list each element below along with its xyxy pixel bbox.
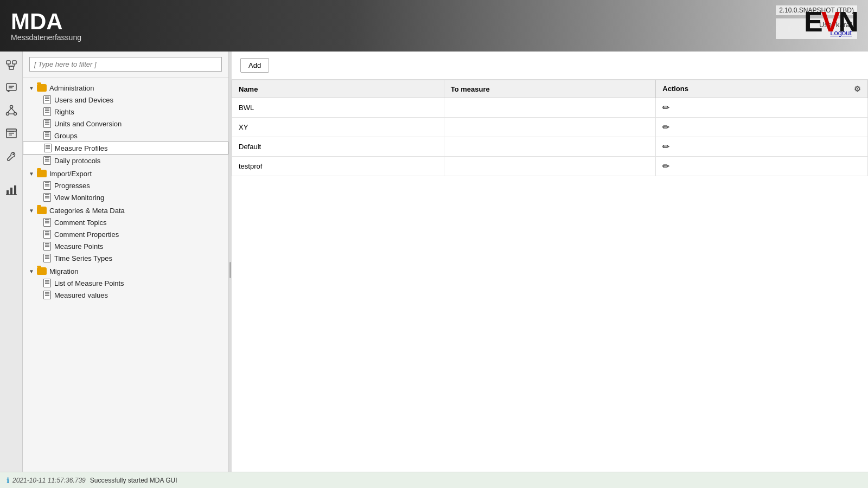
nav-group-import-export: ▼ Import/Export Progresses View Monitori… [23, 168, 228, 203]
nav-item-groups[interactable]: Groups [23, 130, 228, 142]
evn-logo-e: E [804, 6, 821, 37]
nav-group-label-import-export: Import/Export [49, 170, 92, 178]
cell-actions: ✏ [656, 137, 868, 157]
nav-tree: ▼ Administration Users and Devices Right… [23, 78, 228, 472]
cell-to-measure [444, 98, 656, 118]
measure-profiles-table: Name To measure Actions ⚙ BWL ✏ XY [232, 80, 868, 176]
footer-timestamp: 2021-10-11 11:57:36.739 [12, 477, 86, 484]
app-subtitle: Messdatenerfassung [11, 33, 81, 42]
doc-icon [43, 95, 51, 104]
doc-icon [43, 279, 51, 287]
nav-group-categories-meta: ▼ Categories & Meta Data Comment Topics … [23, 204, 228, 264]
svg-rect-22 [7, 190, 9, 195]
sidebar-icon-wrench[interactable] [3, 148, 20, 164]
table-settings-icon[interactable]: ⚙ [854, 85, 861, 93]
svg-rect-1 [12, 61, 16, 64]
app-logo: MDA Messdatenerfassung [11, 10, 81, 42]
nav-group-administration: ▼ Administration Users and Devices Right… [23, 82, 228, 166]
svg-line-14 [11, 108, 15, 113]
add-button[interactable]: Add [240, 58, 269, 73]
app-title: MDA [11, 10, 81, 33]
svg-rect-23 [10, 188, 12, 195]
svg-rect-0 [7, 61, 10, 64]
cell-actions: ✏ [656, 98, 868, 118]
col-header-name: Name [232, 80, 444, 98]
edit-button[interactable]: ✏ [662, 142, 669, 152]
nav-item-daily-protocols[interactable]: Daily protocols [23, 155, 228, 166]
nav-item-view-monitoring[interactable]: View Monitoring [23, 191, 228, 203]
main-container: ▼ Administration Users and Devices Right… [0, 52, 868, 472]
nav-group-header-categories-meta[interactable]: ▼ Categories & Meta Data [23, 204, 228, 216]
icon-sidebar [0, 52, 23, 472]
nav-item-measured-values[interactable]: Measured values [23, 289, 228, 301]
cell-to-measure [444, 137, 656, 157]
filter-input[interactable] [29, 57, 222, 72]
cell-actions: ✏ [656, 118, 868, 137]
nav-group-migration: ▼ Migration List of Measure Points Measu… [23, 265, 228, 301]
nav-item-measure-points[interactable]: Measure Points [23, 240, 228, 252]
doc-icon [43, 181, 51, 190]
sidebar-icon-network[interactable] [3, 102, 20, 119]
sidebar-icon-chat[interactable] [3, 80, 20, 96]
col-header-to-measure: To measure [444, 80, 656, 98]
sidebar-icon-chart[interactable] [3, 182, 20, 198]
doc-icon [43, 218, 51, 227]
cell-to-measure [444, 118, 656, 137]
nav-item-time-series-types[interactable]: Time Series Types [23, 252, 228, 264]
doc-icon [43, 193, 51, 202]
edit-button[interactable]: ✏ [662, 161, 669, 171]
evn-logo: EVN [804, 5, 857, 38]
footer-message: Successfully started MDA GUI [90, 477, 177, 484]
evn-logo-v: V [821, 6, 839, 37]
table-row: Default ✏ [232, 137, 868, 157]
doc-icon [43, 291, 51, 299]
doc-icon [43, 230, 51, 239]
cell-name: XY [232, 118, 444, 137]
expand-icon-administration: ▼ [27, 84, 36, 92]
table-row: BWL ✏ [232, 98, 868, 118]
nav-group-label-categories-meta: Categories & Meta Data [49, 207, 125, 215]
nav-group-header-import-export[interactable]: ▼ Import/Export [23, 168, 228, 179]
nav-item-measure-profiles[interactable]: Measure Profiles [23, 142, 228, 155]
svg-point-21 [12, 153, 14, 155]
doc-icon [43, 254, 51, 262]
nav-item-list-measure-points[interactable]: List of Measure Points [23, 277, 228, 289]
nav-item-users-and-devices[interactable]: Users and Devices [23, 94, 228, 106]
doc-icon [43, 156, 51, 165]
cell-to-measure [444, 157, 656, 176]
nav-item-progresses[interactable]: Progresses [23, 179, 228, 191]
sidebar-icon-list[interactable] [3, 125, 20, 142]
filter-wrap [23, 52, 228, 78]
nav-item-comment-topics[interactable]: Comment Topics [23, 216, 228, 228]
folder-icon-administration [37, 84, 47, 92]
evn-logo-n: N [838, 6, 857, 37]
nav-item-units-conversion[interactable]: Units and Conversion [23, 118, 228, 130]
nav-group-header-migration[interactable]: ▼ Migration [23, 265, 228, 277]
nav-item-rights[interactable]: Rights [23, 106, 228, 118]
folder-icon-import-export [37, 170, 47, 177]
svg-rect-20 [7, 129, 16, 131]
doc-icon [43, 242, 51, 251]
table-row: XY ✏ [232, 118, 868, 137]
edit-button[interactable]: ✏ [662, 102, 669, 113]
doc-icon [44, 144, 52, 152]
doc-icon [43, 131, 51, 140]
doc-icon [43, 107, 51, 116]
folder-icon-categories-meta [37, 207, 47, 214]
cell-name: BWL [232, 98, 444, 118]
nav-sidebar: ▼ Administration Users and Devices Right… [23, 52, 229, 472]
col-header-actions: Actions ⚙ [656, 80, 868, 98]
doc-icon [43, 119, 51, 128]
nav-item-comment-properties[interactable]: Comment Properties [23, 228, 228, 240]
svg-point-11 [6, 113, 9, 115]
nav-group-label-administration: Administration [49, 84, 94, 92]
cell-name: Default [232, 137, 444, 157]
edit-button[interactable]: ✏ [662, 122, 669, 132]
content-toolbar: Add [232, 52, 868, 80]
expand-icon-import-export: ▼ [27, 169, 36, 178]
footer-info-icon: ℹ [7, 476, 9, 485]
sidebar-icon-tree[interactable] [3, 57, 20, 73]
content-area: Add Name To measure Actions ⚙ BWL [232, 52, 868, 472]
expand-icon-migration: ▼ [27, 267, 36, 275]
nav-group-header-administration[interactable]: ▼ Administration [23, 82, 228, 94]
